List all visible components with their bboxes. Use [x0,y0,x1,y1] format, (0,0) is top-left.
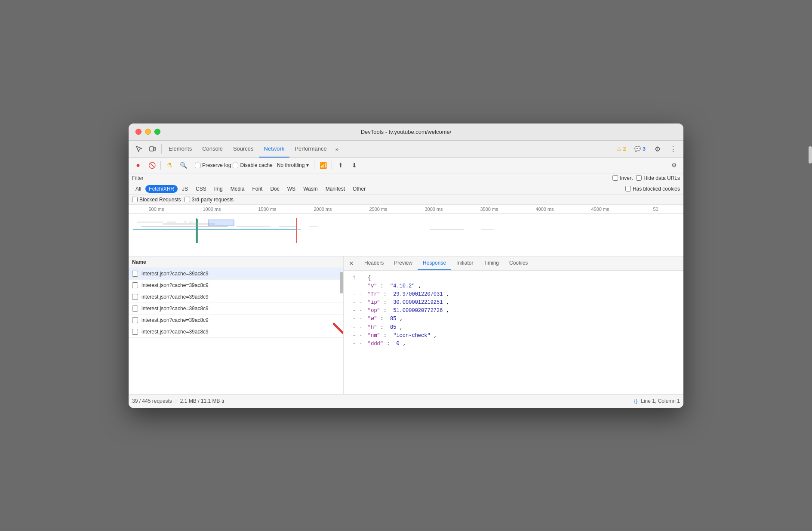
blocked-requests-checkbox[interactable] [132,197,138,202]
tick-1000: 1000 ms [184,207,240,212]
network-settings-button[interactable]: ⚙ [668,159,680,171]
maximize-button[interactable] [154,129,160,135]
svg-rect-5 [189,222,193,222]
request-item-5[interactable]: interest.json?cache=39ac8c9 [129,315,343,326]
svg-rect-0 [150,147,154,151]
tick-2500: 2500 ms [351,207,406,212]
type-filter-js[interactable]: JS [178,185,191,193]
request-item-2[interactable]: interest.json?cache=39ac8c9 [129,280,343,291]
search-button[interactable]: 🔍 [177,159,189,171]
blocked-requests-label[interactable]: Blocked Requests [132,197,181,203]
record-button[interactable]: ● [132,159,144,171]
settings-button[interactable]: ⚙ [651,142,664,156]
tab-separator-1 [161,144,162,154]
detail-tab-timing[interactable]: Timing [478,256,504,270]
devtools-window: DevTools - tv.youtube.com/welcome/ Eleme… [129,123,683,408]
request-item-1[interactable]: interest.json?cache=39ac8c9 [129,268,343,280]
request-checkbox-2[interactable] [132,282,138,288]
request-name-6: interest.json?cache=39ac8c9 [141,329,340,335]
tab-console[interactable]: Console [197,140,228,157]
request-name-4: interest.json?cache=39ac8c9 [141,306,340,312]
detail-tab-preview[interactable]: Preview [389,256,418,270]
tab-network[interactable]: Network [259,140,290,157]
type-filter-fetch-xhr[interactable]: Fetch/XHR [145,185,178,193]
message-badge[interactable]: 💬 3 [631,144,649,154]
svg-marker-20 [343,333,344,338]
request-name-1: interest.json?cache=39ac8c9 [141,271,340,277]
invert-checkbox[interactable] [612,175,618,181]
import-button[interactable]: ⬆ [335,159,347,171]
svg-rect-17 [481,229,494,230]
list-scrollbar[interactable] [340,272,343,293]
disable-cache-label[interactable]: Disable cache [233,162,272,168]
response-body: 1 { - - "v" : "4.10.2" , - - [344,271,683,394]
type-filter-media[interactable]: Media [227,185,248,193]
hide-data-urls-checkbox[interactable] [636,175,642,181]
request-item-3[interactable]: interest.json?cache=39ac8c9 [129,291,343,303]
throttle-select[interactable]: No throttling ▾ [274,161,312,169]
has-blocked-cookies-label[interactable]: Has blocked cookies [625,186,680,192]
toolbar-sep-4 [332,161,332,170]
hide-data-urls-label[interactable]: Hide data URLs [636,175,680,181]
third-party-label[interactable]: 3rd-party requests [185,197,234,203]
third-party-checkbox[interactable] [185,197,190,202]
preserve-log-checkbox[interactable] [195,163,200,168]
filter-button[interactable]: ⚗ [163,159,175,171]
detail-tab-cookies[interactable]: Cookies [504,256,533,270]
inspect-element-button[interactable] [132,142,146,156]
type-filter-manifest[interactable]: Manifest [322,185,348,193]
pretty-print-icon: {} [634,398,637,404]
tab-sources[interactable]: Sources [228,140,259,157]
request-checkbox-5[interactable] [132,317,138,323]
toolbar-sep-1 [160,161,161,170]
json-line-7: - - "h" : 85 , [347,324,680,332]
svg-rect-16 [430,229,464,230]
status-bar: 39 / 445 requests | 2.1 MB / 11.1 MB tr … [129,394,683,408]
tab-more-button[interactable]: » [332,146,342,152]
svg-rect-4 [185,221,186,222]
svg-rect-10 [296,218,297,243]
type-filter-img[interactable]: Img [211,185,226,193]
request-item-6[interactable]: interest.json?cache=39ac8c9 [129,326,343,338]
request-checkbox-1[interactable] [132,271,138,277]
tab-elements[interactable]: Elements [163,140,197,157]
type-filter-ws[interactable]: WS [284,185,299,193]
timeline-content[interactable] [129,214,683,248]
export-button[interactable]: ⬇ [348,159,360,171]
wifi-icon-btn[interactable]: 📶 [317,159,329,171]
type-filter-wasm[interactable]: Wasm [300,185,321,193]
preserve-log-label[interactable]: Preserve log [195,162,231,168]
cursor-position: Line 1, Column 1 [641,398,680,404]
detail-tab-initiator[interactable]: Initiator [451,256,478,270]
request-checkbox-3[interactable] [132,294,138,300]
type-filter-css[interactable]: CSS [192,185,210,193]
disable-cache-checkbox[interactable] [233,163,238,168]
warning-badge[interactable]: ⚠ 2 [613,144,630,154]
main-content: Name interest.json?cache=39ac8c9 interes… [129,256,683,394]
request-item-4[interactable]: interest.json?cache=39ac8c9 [129,303,343,315]
requests-count: 39 / 445 requests [132,398,172,404]
type-filter-font[interactable]: Font [249,185,266,193]
close-detail-button[interactable]: ✕ [347,259,356,268]
type-filter-row: All Fetch/XHR JS CSS Img Media Font Doc … [129,183,683,195]
clear-button[interactable]: 🚫 [146,159,158,171]
toolbar-sep-3 [314,161,314,170]
has-blocked-cookies-checkbox[interactable] [625,186,631,191]
invert-label[interactable]: Invert [612,175,633,181]
message-count: 3 [643,146,646,152]
close-button[interactable] [135,129,141,135]
request-checkbox-6[interactable] [132,329,138,335]
json-line-4: - - "ip" : 30.0000012219251 , [347,299,680,307]
request-checkbox-4[interactable] [132,306,138,312]
status-sep-1: | [175,398,177,404]
detail-tab-headers[interactable]: Headers [359,256,389,270]
more-options-button[interactable]: ⋮ [666,142,680,156]
minimize-button[interactable] [145,129,151,135]
type-filter-doc[interactable]: Doc [267,185,283,193]
type-filter-other[interactable]: Other [349,185,369,193]
detail-tab-response[interactable]: Response [418,256,451,270]
pretty-print-button[interactable]: {} [634,398,637,404]
type-filter-all[interactable]: All [132,185,145,193]
tab-performance[interactable]: Performance [289,140,332,157]
device-toolbar-button[interactable] [146,142,160,156]
